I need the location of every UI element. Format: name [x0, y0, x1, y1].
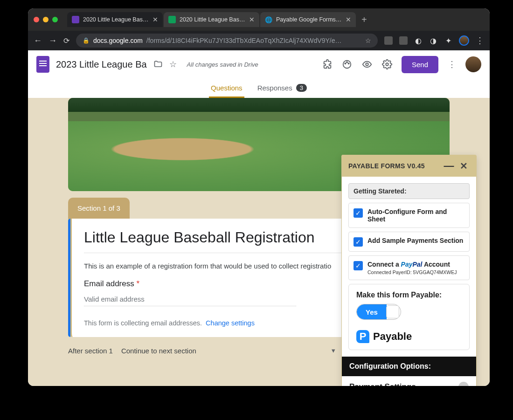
tabs: 2020 Little League Baseball Re ✕ 2020 Li… [67, 12, 372, 27]
tab-title: 2020 Little League Baseball Re [180, 16, 245, 23]
close-window[interactable] [34, 17, 39, 22]
required-star: * [136, 279, 139, 288]
toggle-knob [386, 305, 399, 318]
extension-icon[interactable]: ◑ [429, 36, 437, 45]
forms-favicon [72, 16, 79, 23]
close-icon[interactable]: ✕ [458, 160, 470, 172]
move-folder-icon[interactable] [153, 60, 163, 69]
svg-point-5 [386, 63, 388, 66]
palette-icon[interactable] [342, 59, 352, 69]
brand-text: Payable [373, 330, 412, 343]
window-controls [34, 17, 58, 22]
payable-addon-panel: PAYABLE FORMS V0.45 — ✕ Getting Stareted… [341, 155, 477, 386]
check-label: Connect a PayPal Account [367, 261, 457, 268]
after-section-dropdown[interactable]: Continue to next section ▾ [121, 346, 335, 355]
address-bar: ← → ⟳ 🔒 docs.google.com/forms/d/1I8CI4iF… [28, 31, 490, 50]
toggle-yes-label: Yes [357, 304, 387, 319]
after-section-label: After section 1 [68, 347, 113, 355]
svg-point-4 [366, 63, 368, 66]
payment-settings-row[interactable]: Payment Settings › [348, 376, 470, 386]
svg-point-1 [345, 63, 346, 64]
extension-icon[interactable] [384, 36, 393, 45]
document-title[interactable]: 2023 Little League Ba [56, 59, 147, 70]
responses-count-badge: 3 [296, 84, 307, 92]
check-sample-payments[interactable]: ✓ Add Sample Payments Section [348, 232, 470, 252]
note-text: This form is collecting email addresses. [84, 319, 202, 327]
maximize-window[interactable] [52, 17, 58, 22]
close-tab-icon[interactable]: ✕ [249, 16, 255, 23]
extension-icon[interactable] [399, 36, 408, 45]
paypal-logo: PayPal [401, 261, 423, 268]
connected-payerid: Connected PayerID: 5VGGAQ74MXWEJ [367, 269, 457, 275]
google-forms-logo[interactable] [36, 56, 49, 73]
back-button[interactable]: ← [34, 36, 42, 46]
extension-icons: ◐ ◑ ✦ ⋮ [384, 35, 484, 46]
browser-tab-payable[interactable]: 🌐 Payable Google Forms Add-On ✕ [260, 12, 356, 27]
payable-toggle[interactable]: Yes [356, 304, 401, 320]
forward-button[interactable]: → [49, 36, 57, 46]
change-settings-link[interactable]: Change settings [206, 319, 255, 327]
save-status: All changes saved in Drive [187, 61, 258, 68]
check-connect-paypal[interactable]: ✓ Connect a PayPal Account Connected Pay… [348, 255, 470, 280]
svg-point-3 [348, 63, 349, 64]
configuration-options-header: Configuration Options: [342, 357, 476, 376]
account-avatar[interactable] [465, 56, 481, 72]
checkbox-checked-icon[interactable]: ✓ [354, 208, 363, 218]
check-label: Add Sample Payments Section [367, 237, 463, 244]
browser-window: 2020 Little League Baseball Re ✕ 2020 Li… [28, 8, 490, 386]
tab-title: 2020 Little League Baseball Re [83, 16, 149, 23]
extension-icon[interactable]: ◐ [414, 36, 423, 45]
star-icon[interactable]: ☆ [169, 59, 177, 69]
tab-label: Questions [211, 84, 243, 92]
tab-label: Responses [257, 84, 292, 92]
addon-titlebar: PAYABLE FORMS V0.45 — ✕ [342, 155, 476, 177]
profile-avatar[interactable] [459, 35, 469, 46]
chevron-down-icon: ▾ [332, 346, 335, 355]
browser-tab-forms[interactable]: 2020 Little League Baseball Re ✕ [67, 12, 163, 27]
tab-questions[interactable]: Questions [209, 79, 244, 98]
more-menu-icon[interactable]: ⋮ [448, 59, 456, 69]
minimize-window[interactable] [43, 17, 49, 22]
chrome-menu-icon[interactable]: ⋮ [476, 35, 484, 46]
tab-responses[interactable]: Responses 3 [256, 79, 309, 98]
form-tabs: Questions Responses 3 [28, 78, 490, 98]
reload-button[interactable]: ⟳ [63, 36, 69, 45]
checkbox-checked-icon[interactable]: ✓ [354, 237, 363, 247]
checkbox-checked-icon[interactable]: ✓ [354, 261, 363, 270]
row-label: Payment Settings [349, 382, 416, 386]
forms-header: 2023 Little League Ba ☆ All changes save… [28, 50, 490, 78]
send-button[interactable]: Send [402, 56, 438, 73]
bookmark-star-icon[interactable]: ☆ [365, 37, 371, 44]
preview-eye-icon[interactable] [361, 59, 373, 69]
new-tab-button[interactable]: + [357, 14, 372, 25]
payable-bubble-icon: P [356, 330, 369, 343]
minimize-icon[interactable]: — [440, 160, 458, 172]
url-input[interactable]: 🔒 docs.google.com/forms/d/1I8CI4iFkPKu7J… [76, 34, 378, 48]
check-auto-configure[interactable]: ✓ Auto-Configure Form and Sheet [348, 203, 470, 228]
tab-title: Payable Google Forms Add-On [276, 16, 342, 23]
dropdown-value: Continue to next section [121, 347, 196, 355]
chrome-tab-strip: 2020 Little League Baseball Re ✕ 2020 Li… [28, 8, 490, 31]
addon-title: PAYABLE FORMS V0.45 [348, 162, 425, 170]
lock-icon: 🔒 [83, 37, 90, 44]
globe-favicon: 🌐 [265, 16, 272, 23]
addons-puzzle-icon[interactable] [322, 59, 333, 69]
extensions-puzzle-icon[interactable]: ✦ [444, 36, 452, 45]
section-indicator: Section 1 of 3 [68, 198, 130, 219]
email-input[interactable]: Valid email address [84, 295, 296, 306]
chevron-right-icon: › [458, 382, 469, 386]
make-payable-box: Make this form Payable: Yes P Payable [348, 284, 470, 350]
addon-body: Getting Stareted: ✓ Auto-Configure Form … [342, 177, 476, 386]
check-label: Auto-Configure Form and Sheet [367, 208, 464, 223]
settings-gear-icon[interactable] [382, 59, 392, 69]
svg-point-2 [347, 62, 347, 62]
make-payable-label: Make this form Payable: [356, 291, 462, 299]
browser-tab-sheets[interactable]: 2020 Little League Baseball Re ✕ [164, 12, 259, 27]
sheets-favicon [168, 16, 176, 23]
payable-brand-logo: P Payable [356, 330, 462, 343]
url-path: /forms/d/1I8CI4iFkPKu7JYI33dTbXdEAoTqXhZ… [146, 37, 342, 44]
close-tab-icon[interactable]: ✕ [153, 16, 158, 23]
close-tab-icon[interactable]: ✕ [346, 16, 351, 23]
label-text: Email address [84, 279, 134, 288]
getting-started-header: Getting Stareted: [348, 183, 470, 199]
